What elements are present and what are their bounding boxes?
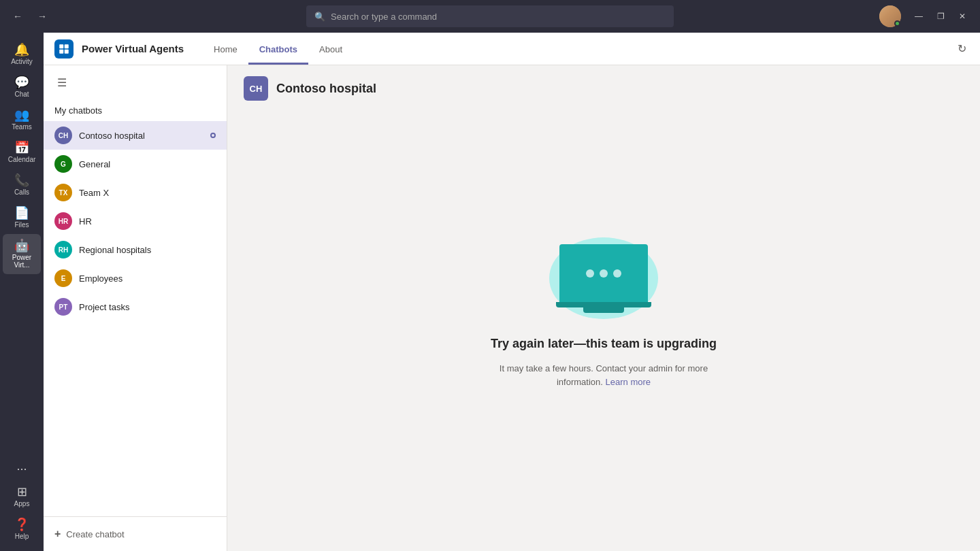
sidebar-label-power-virtual: Power Virt... <box>5 254 38 269</box>
side-panel: ☰ My chatbots CH Contoso hospital G Gene… <box>44 65 227 551</box>
chatbot-item-employees[interactable]: E Employees <box>44 264 227 293</box>
app-body: 🔔 Activity 💬 Chat 👥 Teams 📅 Calendar 📞 C… <box>0 33 980 551</box>
window-controls: — ❐ ✕ <box>909 7 972 26</box>
tab-chatbots[interactable]: Chatbots <box>248 33 308 65</box>
sidebar-item-help[interactable]: ❓ Help <box>3 513 41 546</box>
sidebar-item-files[interactable]: 📄 Files <box>3 201 41 234</box>
main-content: ☰ My chatbots CH Contoso hospital G Gene… <box>44 65 980 551</box>
sidebar-item-activity[interactable]: 🔔 Activity <box>3 38 41 71</box>
titlebar-right: — ❐ ✕ <box>879 5 972 27</box>
calls-icon: 📞 <box>14 174 29 186</box>
calendar-icon: 📅 <box>14 141 29 154</box>
user-avatar-container[interactable] <box>879 5 901 27</box>
sidebar-label-calls: Calls <box>14 188 29 196</box>
chatbot-label-general: General <box>79 159 216 169</box>
help-icon: ❓ <box>14 518 29 531</box>
chatbot-avatar-team-x: TX <box>54 184 72 201</box>
create-chatbot-button[interactable]: + Create chatbot <box>54 525 125 543</box>
maximize-button[interactable]: ❐ <box>931 7 950 26</box>
sidebar-label-apps: Apps <box>14 500 30 507</box>
minimize-button[interactable]: — <box>909 7 928 26</box>
dot-2 <box>600 269 608 278</box>
upgrade-desc-1: It may take a few hours. Contact your ad… <box>500 363 708 373</box>
laptop-base <box>556 302 651 307</box>
dot-1 <box>586 269 594 278</box>
laptop-body <box>556 244 651 312</box>
page-avatar: CH <box>244 76 268 101</box>
chatbot-avatar-contoso: CH <box>54 127 72 144</box>
sidebar-item-calls[interactable]: 📞 Calls <box>3 169 41 201</box>
svg-rect-1 <box>65 44 69 48</box>
sidebar: 🔔 Activity 💬 Chat 👥 Teams 📅 Calendar 📞 C… <box>0 33 44 551</box>
page-title: Contoso hospital <box>276 82 376 96</box>
svg-rect-3 <box>65 49 69 53</box>
sidebar-label-chat: Chat <box>14 90 29 98</box>
nav-back-button[interactable]: ← <box>8 7 27 26</box>
app-tabs: Home Chatbots About <box>203 33 353 65</box>
chatbot-item-contoso-hospital[interactable]: CH Contoso hospital <box>44 121 227 150</box>
chatbot-avatar-general: G <box>54 155 72 173</box>
chatbot-avatar-employees: E <box>54 269 72 287</box>
upgrade-container: Try again later—this team is upgrading I… <box>227 109 980 551</box>
create-chatbot-label: Create chatbot <box>66 529 124 539</box>
chatbot-item-general[interactable]: G General <box>44 150 227 178</box>
more-icon: ··· <box>16 463 27 475</box>
sidebar-label-files: Files <box>14 221 29 229</box>
learn-more-link[interactable]: Learn more <box>606 377 651 387</box>
chatbot-item-hr[interactable]: HR HR <box>44 207 227 235</box>
sidebar-item-more[interactable]: ··· <box>3 457 41 480</box>
upgrade-desc-2: information. <box>557 377 603 387</box>
page-title-bar: CH Contoso hospital <box>227 65 980 109</box>
dot-3 <box>613 269 621 278</box>
app-title: Power Virtual Agents <box>82 43 184 54</box>
chat-icon: 💬 <box>14 76 29 88</box>
teams-icon: 👥 <box>14 109 29 121</box>
my-chatbots-item[interactable]: My chatbots <box>44 100 227 121</box>
page-avatar-initials: CH <box>250 84 263 94</box>
power-virtual-icon: 🤖 <box>14 239 29 252</box>
apps-icon: ⊞ <box>17 486 27 498</box>
plus-icon: + <box>54 528 61 540</box>
files-icon: 📄 <box>14 207 29 219</box>
laptop-stand <box>583 307 624 313</box>
sidebar-item-apps[interactable]: ⊞ Apps <box>3 480 41 513</box>
hamburger-button[interactable]: ☰ <box>54 73 69 92</box>
chatbot-item-regional-hospitals[interactable]: RH Regional hospitals <box>44 235 227 264</box>
chatbot-label-project-tasks: Project tasks <box>79 302 216 312</box>
refresh-button[interactable]: ↻ <box>955 39 969 58</box>
chatbot-item-team-x[interactable]: TX Team X <box>44 178 227 207</box>
close-button[interactable]: ✕ <box>953 7 972 26</box>
sidebar-label-teams: Teams <box>12 123 31 131</box>
sidebar-item-power-virtual[interactable]: 🤖 Power Virt... <box>3 234 41 274</box>
upgrade-title: Try again later—this team is upgrading <box>491 337 717 351</box>
chatbot-label-team-x: Team X <box>79 188 216 198</box>
chatbot-label-hr: HR <box>79 216 216 227</box>
tab-about[interactable]: About <box>308 33 353 65</box>
page-content: CH Contoso hospital <box>227 65 980 551</box>
sidebar-item-chat[interactable]: 💬 Chat <box>3 71 41 103</box>
sidebar-label-help: Help <box>15 533 29 540</box>
chatbot-label-contoso: Contoso hospital <box>79 131 203 141</box>
activity-icon: 🔔 <box>14 44 29 56</box>
chatbot-avatar-hr: HR <box>54 212 72 230</box>
search-bar[interactable]: 🔍 Search or type a command <box>306 5 674 27</box>
sidebar-item-teams[interactable]: 👥 Teams <box>3 103 41 136</box>
app-icon <box>54 39 74 59</box>
side-panel-footer: + Create chatbot <box>44 516 227 551</box>
sidebar-item-calendar[interactable]: 📅 Calendar <box>3 136 41 169</box>
side-panel-header: ☰ <box>44 65 227 100</box>
content-area: Power Virtual Agents Home Chatbots About… <box>44 33 980 551</box>
nav-forward-button[interactable]: → <box>33 7 52 26</box>
chatbot-avatar-regional: RH <box>54 241 72 258</box>
chatbot-label-regional: Regional hospitals <box>79 245 216 255</box>
tab-home[interactable]: Home <box>203 33 248 65</box>
svg-rect-2 <box>59 49 63 53</box>
search-icon: 🔍 <box>314 12 325 22</box>
sidebar-label-activity: Activity <box>11 58 33 65</box>
upgrade-description: It may take a few hours. Contact your ad… <box>500 362 708 388</box>
laptop-screen <box>559 244 648 302</box>
chatbot-indicator-contoso <box>210 133 216 138</box>
chatbot-item-project-tasks[interactable]: PT Project tasks <box>44 293 227 321</box>
avatar-status <box>894 20 900 27</box>
laptop-illustration <box>542 231 665 326</box>
